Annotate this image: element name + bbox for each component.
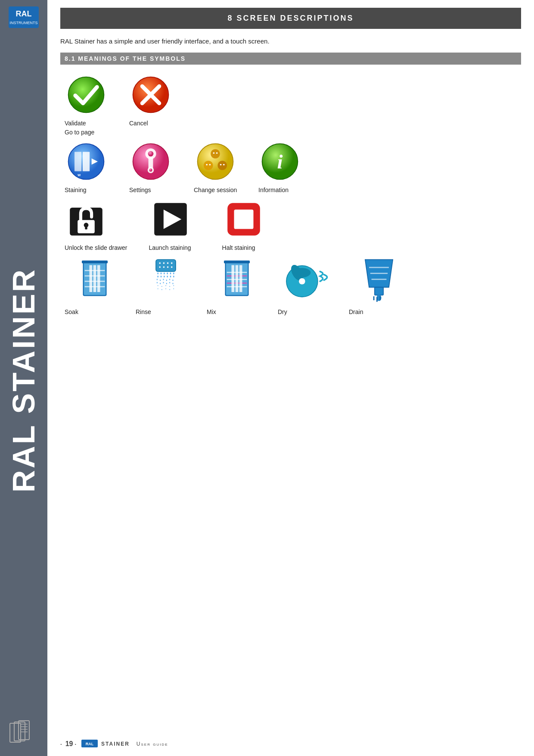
change-session-label: Change session [194,187,237,193]
svg-point-62 [167,266,169,268]
symbol-staining: w Staining [65,140,116,193]
page-header: 8 SCREEN DESCRIPTIONS [60,8,521,29]
symbol-settings: Settings [129,140,181,193]
svg-rect-54 [82,261,108,264]
symbol-drain: Drain [349,258,413,315]
main-content: 8 SCREEN DESCRIPTIONS RAL Stainer has a … [47,0,534,756]
validate-icon-wrap [65,73,108,116]
information-icon: i [261,142,299,181]
symbol-information: i Information [258,140,310,193]
svg-rect-15 [75,152,81,171]
symbol-row-3: Unlock the slide drawer Launch staining [65,198,517,251]
svg-rect-88 [232,265,235,292]
footer-dot-left: · [60,741,62,747]
goto-label: Go to page [65,129,517,136]
unlock-icon [67,200,106,239]
svg-point-32 [209,164,211,165]
symbol-soak: Soak [65,258,129,315]
svg-rect-98 [375,287,383,295]
staining-label: Staining [65,187,87,193]
drain-icon-wrap [349,258,409,305]
unlock-icon-wrap [65,198,108,241]
footer-product-name: STAINER User guide [101,741,168,747]
footer-brand-logo: RAL [81,740,99,748]
footer: · 19 · RAL STAINER User guide [47,740,534,748]
svg-point-31 [206,164,208,165]
soak-icon [73,260,116,303]
svg-point-34 [223,164,225,165]
svg-rect-90 [239,265,242,292]
soak-icon-wrap [65,258,125,305]
svg-point-30 [216,152,218,154]
symbol-row-4: Soak [65,258,517,315]
information-label: Information [258,187,289,193]
launch-label: Launch staining [149,244,191,251]
svg-point-57 [163,262,165,264]
rinse-icon [144,258,187,305]
svg-point-61 [163,266,165,268]
sidebar-logo: RAL INSTRUMENTS [6,4,41,32]
drain-icon [355,258,403,305]
halt-icon [224,200,263,239]
svg-text:i: i [277,150,283,173]
sidebar-vertical-title: RAL STAINER [8,40,39,720]
soak-label: Soak [65,308,78,315]
svg-point-21 [148,151,154,157]
sidebar: RAL INSTRUMENTS RAL STAINER [0,0,47,756]
svg-rect-51 [90,265,93,292]
cancel-label: Cancel [129,120,148,127]
svg-point-27 [204,161,213,170]
svg-rect-91 [224,261,250,264]
svg-point-29 [213,152,215,154]
change-session-icon-wrap [194,140,237,183]
staining-icon: w [67,142,106,181]
svg-point-26 [211,149,220,159]
validate-label: Validate [65,120,86,127]
intro-paragraph: RAL Stainer has a simple and user friend… [60,37,521,45]
cancel-icon [131,75,170,114]
svg-text:w: w [77,173,81,177]
symbol-mix: Mix [207,258,271,315]
mix-label: Mix [207,308,216,315]
halt-label: Halt staining [222,244,255,251]
svg-rect-44 [234,210,253,229]
svg-rect-4 [14,722,25,741]
svg-text:INSTRUMENTS: INSTRUMENTS [10,21,38,25]
dry-label: Dry [278,308,287,315]
symbol-dry: Dry [278,258,342,315]
settings-label: Settings [129,187,151,193]
information-icon-wrap: i [258,140,301,183]
symbol-row-2: w Staining [65,140,517,193]
svg-point-60 [159,266,161,268]
footer-page-number: 19 [65,740,73,748]
validate-icon [67,75,106,114]
sidebar-bottom-icon [8,720,40,747]
svg-point-56 [159,262,161,264]
mix-icon-wrap [207,258,267,305]
svg-rect-53 [97,265,100,292]
staining-icon-wrap: w [65,140,108,183]
dry-icon-wrap [278,258,338,305]
svg-point-28 [217,161,227,170]
svg-text:RAL: RAL [16,9,32,18]
symbol-validate: Validate [65,73,116,127]
drain-label: Drain [349,308,363,315]
symbol-launch: Launch staining [149,198,201,251]
svg-rect-52 [93,265,96,292]
svg-point-63 [171,266,173,268]
settings-icon [131,142,170,181]
footer-dot-right: · [75,741,76,747]
svg-point-33 [220,164,222,165]
rinse-icon-wrap [136,258,196,305]
svg-rect-89 [236,265,239,292]
rinse-label: Rinse [136,308,151,315]
svg-rect-55 [156,260,176,272]
halt-icon-wrap [222,198,265,241]
svg-rect-40 [85,226,87,229]
svg-point-24 [149,168,152,171]
symbol-unlock: Unlock the slide drawer [65,198,127,251]
svg-point-25 [198,144,233,180]
symbol-cancel: Cancel [129,73,181,127]
svg-point-58 [167,262,169,264]
svg-point-59 [171,262,173,264]
